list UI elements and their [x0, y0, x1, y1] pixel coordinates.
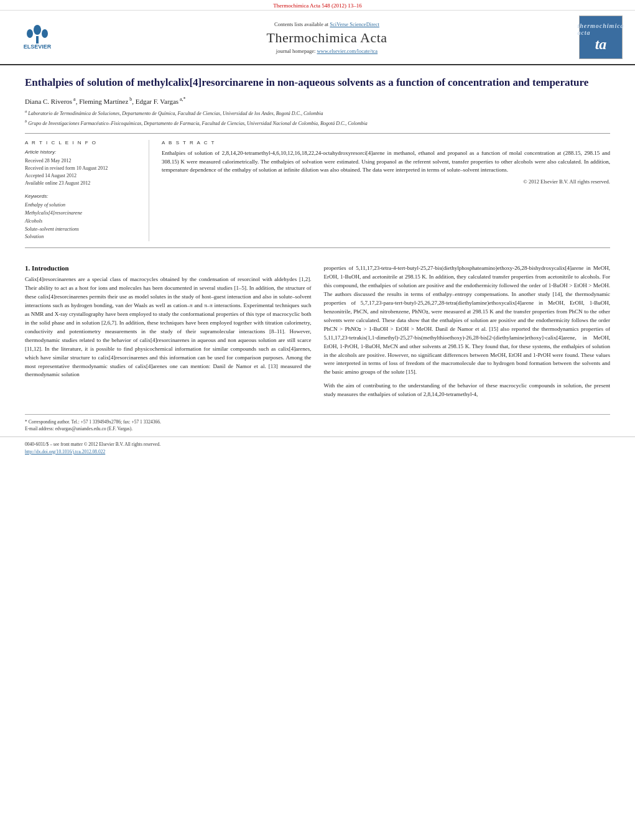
keywords-label: Keywords: — [25, 193, 136, 199]
intro-paragraph: Calix[4]resorcinarenes are a special cla… — [25, 275, 312, 379]
homepage-link[interactable]: www.elsevier.com/locate/tca — [317, 48, 378, 54]
affiliation-b: b Grupo de Investigaciones Farmacéutico–… — [25, 118, 610, 127]
journal-header: ELSEVIER Contents lists available at Sci… — [0, 11, 635, 65]
accepted-date: Accepted 14 August 2012 — [25, 172, 136, 180]
article-info-label: A R T I C L E I N F O — [25, 140, 136, 145]
doi-line: http://dx.doi.org/10.1016/j.tca.2012.08.… — [25, 448, 610, 456]
elsevier-logo-svg: ELSEVIER — [12, 25, 62, 50]
body-right-para-1: properties of 5,11,17,23-tetra-4-tert-bu… — [324, 264, 611, 377]
body-right-para-2: With the aim of contributing to the unde… — [324, 382, 611, 399]
journal-citation: Thermochimica Acta 548 (2012) 13–16 — [0, 0, 635, 11]
doi-link[interactable]: http://dx.doi.org/10.1016/j.tca.2012.08.… — [25, 449, 105, 455]
abstract-text: Enthalpies of solution of 2,8,14,20-tetr… — [162, 149, 610, 175]
article-info-column: A R T I C L E I N F O Article history: R… — [25, 140, 149, 241]
body-left-col: 1. Introduction Calix[4]resorcinarenes a… — [25, 264, 312, 404]
journal-logo-box: thermochimica acta ta — [579, 16, 623, 59]
received-revised-date: Received in revised form 10 August 2012 — [25, 165, 136, 172]
header-divider — [25, 133, 610, 134]
keyword-2: Methylcalix[4]resorcinarene — [25, 210, 136, 218]
svg-text:ELSEVIER: ELSEVIER — [24, 44, 52, 50]
body-right-col: properties of 5,11,17,23-tetra-4-tert-bu… — [324, 264, 611, 404]
keyword-5: Solvation — [25, 233, 136, 241]
journal-logo-main: ta — [595, 36, 607, 53]
elsevier-logo: ELSEVIER — [12, 25, 62, 50]
article-footer: * Corresponding author. Tel.: +57 1 3394… — [25, 414, 610, 436]
available-date: Available online 23 August 2012 — [25, 180, 136, 187]
affiliation-a: a Laboratorio de Termodinámica de Soluci… — [25, 108, 610, 117]
author-name-2: Fleming Martínez — [79, 97, 128, 104]
svg-rect-3 — [36, 36, 39, 44]
journal-homepage: journal homepage: www.elsevier.com/locat… — [75, 48, 579, 54]
article-history: Article history: Received 28 May 2012 Re… — [25, 149, 136, 187]
sciverse-line: Contents lists available at SciVerse Sci… — [75, 21, 579, 27]
article-header: Enthalpies of solution of methylcalix[4]… — [0, 65, 635, 134]
citation-text: Thermochimica Acta 548 (2012) 13–16 — [273, 2, 361, 9]
article-body: 1. Introduction Calix[4]resorcinarenes a… — [0, 254, 635, 414]
email-note: E-mail address: edvargas@uniandes.edu.co… — [25, 425, 610, 432]
author-name-3: Edgar F. Vargas — [136, 97, 178, 104]
article-authors: Diana C. Riveros a, Fleming Martínez b, … — [25, 96, 610, 105]
issn-line: 0040-6031/$ – see front matter © 2012 El… — [25, 441, 610, 448]
history-label: Article history: — [25, 149, 136, 155]
keyword-1: Enthalpy of solution — [25, 201, 136, 210]
abstract-label: A B S T R A C T — [162, 140, 610, 145]
keyword-3: Alcohols — [25, 218, 136, 226]
keyword-4: Solute–solvent interactions — [25, 226, 136, 234]
svg-point-2 — [42, 29, 48, 38]
abstract-copyright: © 2012 Elsevier B.V. All rights reserved… — [162, 178, 610, 185]
abstract-column: A B S T R A C T Enthalpies of solution o… — [149, 140, 610, 241]
author-sup-3: a,* — [178, 96, 186, 102]
article-info-abstract: A R T I C L E I N F O Article history: R… — [0, 140, 635, 241]
sciverse-text: Contents lists available at — [274, 21, 330, 27]
received-date: Received 28 May 2012 — [25, 157, 136, 165]
intro-heading: 1. Introduction — [25, 264, 312, 272]
body-two-col: 1. Introduction Calix[4]resorcinarenes a… — [25, 264, 610, 404]
article-title: Enthalpies of solution of methylcalix[4]… — [25, 75, 610, 90]
corresponding-note: * Corresponding author. Tel.: +57 1 3394… — [25, 418, 610, 425]
bottom-footer: 0040-6031/$ – see front matter © 2012 El… — [0, 436, 635, 459]
abstract-divider — [25, 247, 610, 248]
homepage-label: journal homepage: — [276, 48, 317, 54]
svg-point-0 — [34, 25, 41, 35]
journal-center: Contents lists available at SciVerse Sci… — [75, 21, 579, 54]
journal-title-text: Thermochimica Acta — [75, 30, 579, 46]
journal-logo-inner: thermochimica acta ta — [580, 16, 622, 58]
keywords-section: Keywords: Enthalpy of solution Methylcal… — [25, 193, 136, 241]
sciverse-link[interactable]: SciVerse ScienceDirect — [330, 21, 379, 27]
journal-logo-sublabel: thermochimica acta — [577, 22, 624, 36]
svg-point-1 — [27, 29, 33, 38]
author-name-1: Diana C. Riveros — [25, 97, 72, 104]
